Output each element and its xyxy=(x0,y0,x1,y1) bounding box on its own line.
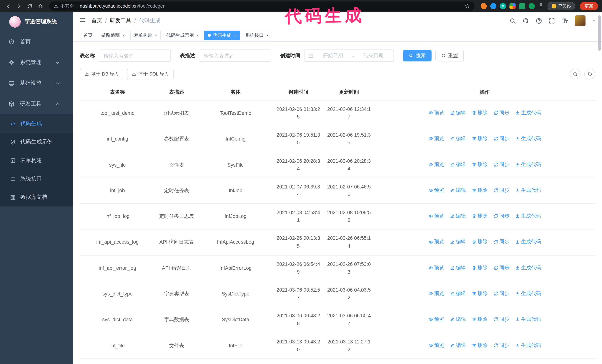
tab-codegen-example[interactable]: 代码生成示例× xyxy=(163,31,203,40)
generate-code-link[interactable]: 生成代码 xyxy=(515,109,541,117)
close-icon[interactable]: × xyxy=(155,33,157,37)
close-icon[interactable]: × xyxy=(234,33,236,37)
breadcrumb-home[interactable]: 首页 xyxy=(91,17,102,24)
security-warning[interactable]: 不安全 xyxy=(54,3,74,10)
tab-codegen[interactable]: 代码生成× xyxy=(204,31,240,40)
sidebar-item-home[interactable]: 首页 xyxy=(0,31,73,52)
browser-forward-button[interactable] xyxy=(15,2,23,10)
edit-link[interactable]: 编辑 xyxy=(450,341,466,349)
delete-link[interactable]: 删除 xyxy=(472,315,487,323)
generate-code-link[interactable]: 生成代码 xyxy=(515,161,541,168)
browser-update-button[interactable]: 更新 xyxy=(580,2,598,10)
font-size-icon[interactable] xyxy=(562,17,568,24)
sidebar-item-devtools[interactable]: 研发工具 xyxy=(0,94,73,114)
paused-badge[interactable]: 已暂停 xyxy=(548,2,575,10)
preview-link[interactable]: 预览 xyxy=(429,264,444,272)
sync-link[interactable]: 同步 xyxy=(494,290,509,298)
preview-link[interactable]: 预览 xyxy=(429,341,444,349)
sidebar-item-db-doc[interactable]: 数据库文档 xyxy=(0,188,73,207)
sync-link[interactable]: 同步 xyxy=(494,109,509,117)
sidebar-toggle[interactable] xyxy=(79,16,86,25)
edit-link[interactable]: 编辑 xyxy=(450,161,466,168)
sync-link[interactable]: 同步 xyxy=(494,187,509,194)
preview-link[interactable]: 预览 xyxy=(429,315,444,323)
generate-code-link[interactable]: 生成代码 xyxy=(515,135,541,143)
edit-link[interactable]: 编辑 xyxy=(450,187,466,194)
preview-link[interactable]: 预览 xyxy=(429,238,444,246)
sync-link[interactable]: 同步 xyxy=(494,264,509,272)
generate-code-link[interactable]: 生成代码 xyxy=(515,341,541,349)
extension-icon[interactable]: V xyxy=(500,3,506,9)
search-icon[interactable] xyxy=(509,17,516,24)
close-icon[interactable]: × xyxy=(266,33,269,37)
user-avatar[interactable] xyxy=(575,15,586,26)
edit-link[interactable]: 编辑 xyxy=(450,264,466,272)
extension-icon[interactable] xyxy=(519,3,525,9)
sidebar-item-infra[interactable]: 基础设施 xyxy=(0,73,73,94)
extension-icon[interactable] xyxy=(509,3,516,9)
generate-code-link[interactable]: 生成代码 xyxy=(515,212,541,220)
refresh-table-button[interactable] xyxy=(584,69,595,79)
tab-api[interactable]: 系统接口× xyxy=(242,31,272,40)
edit-link[interactable]: 编辑 xyxy=(450,290,466,298)
breadcrumb-devtools[interactable]: 研发工具 xyxy=(110,17,131,24)
extension-icon[interactable] xyxy=(481,3,487,9)
sidebar-item-api[interactable]: 系统接口 xyxy=(0,170,73,188)
extension-icon[interactable] xyxy=(490,3,496,9)
sync-link[interactable]: 同步 xyxy=(494,238,509,246)
close-icon[interactable]: × xyxy=(196,33,199,37)
generate-code-link[interactable]: 生成代码 xyxy=(515,187,541,194)
preview-link[interactable]: 预览 xyxy=(429,290,444,298)
delete-link[interactable]: 删除 xyxy=(472,135,487,143)
address-bar[interactable]: 不安全 dashboard.yudao.iocoder.cn/tool/code… xyxy=(49,1,474,11)
generate-code-link[interactable]: 生成代码 xyxy=(515,290,541,298)
edit-link[interactable]: 编辑 xyxy=(450,212,466,220)
extension-icon[interactable] xyxy=(529,3,535,9)
browser-reload-button[interactable] xyxy=(25,2,34,10)
fullscreen-icon[interactable] xyxy=(549,17,555,24)
table-name-input[interactable] xyxy=(99,49,171,62)
edit-link[interactable]: 编辑 xyxy=(450,238,466,246)
sidebar-item-codegen[interactable]: 代码生成 xyxy=(0,114,73,133)
tab-home[interactable]: 首页 xyxy=(80,31,96,40)
sync-link[interactable]: 同步 xyxy=(494,161,509,168)
generate-code-link[interactable]: 生成代码 xyxy=(515,264,541,272)
import-db-button[interactable]: 基于 DB 导入 xyxy=(80,69,123,79)
logo[interactable]: 芋道管理系统 xyxy=(0,12,73,31)
search-button[interactable]: 搜索 xyxy=(403,50,431,61)
preview-link[interactable]: 预览 xyxy=(429,161,444,168)
github-icon[interactable] xyxy=(523,17,529,24)
sidebar-item-form-builder[interactable]: 表单构建 xyxy=(0,151,73,170)
bookmark-star-button[interactable] xyxy=(464,3,470,10)
delete-link[interactable]: 删除 xyxy=(472,109,487,117)
generate-code-link[interactable]: 生成代码 xyxy=(515,238,541,246)
caret-down-icon[interactable] xyxy=(592,19,596,23)
pin-icon[interactable] xyxy=(538,3,544,10)
browser-home-button[interactable] xyxy=(36,2,45,10)
preview-link[interactable]: 预览 xyxy=(429,109,444,117)
sync-link[interactable]: 同步 xyxy=(494,212,509,220)
sync-link[interactable]: 同步 xyxy=(494,341,509,349)
preview-link[interactable]: 预览 xyxy=(429,212,444,220)
delete-link[interactable]: 删除 xyxy=(472,238,487,246)
delete-link[interactable]: 删除 xyxy=(472,290,487,298)
edit-link[interactable]: 编辑 xyxy=(450,315,466,323)
sidebar-item-system[interactable]: 系统管理 xyxy=(0,52,73,73)
generate-code-link[interactable]: 生成代码 xyxy=(515,315,541,323)
tab-tracing[interactable]: 链路追踪× xyxy=(98,31,129,40)
sync-link[interactable]: 同步 xyxy=(494,135,509,143)
delete-link[interactable]: 删除 xyxy=(472,341,487,349)
preview-link[interactable]: 预览 xyxy=(429,187,444,194)
edit-link[interactable]: 编辑 xyxy=(450,109,466,117)
sync-link[interactable]: 同步 xyxy=(494,315,509,323)
delete-link[interactable]: 删除 xyxy=(472,187,487,194)
scrollbar[interactable] xyxy=(598,15,601,51)
sidebar-item-codegen-example[interactable]: 代码生成示例 xyxy=(0,133,73,151)
reset-button[interactable]: 重置 xyxy=(435,50,464,61)
close-icon[interactable]: × xyxy=(122,33,125,37)
import-sql-button[interactable]: 基于 SQL 导入 xyxy=(127,69,173,79)
edit-link[interactable]: 编辑 xyxy=(450,135,466,143)
toggle-search-button[interactable] xyxy=(570,69,580,79)
delete-link[interactable]: 删除 xyxy=(472,161,487,168)
question-icon[interactable] xyxy=(536,17,542,24)
